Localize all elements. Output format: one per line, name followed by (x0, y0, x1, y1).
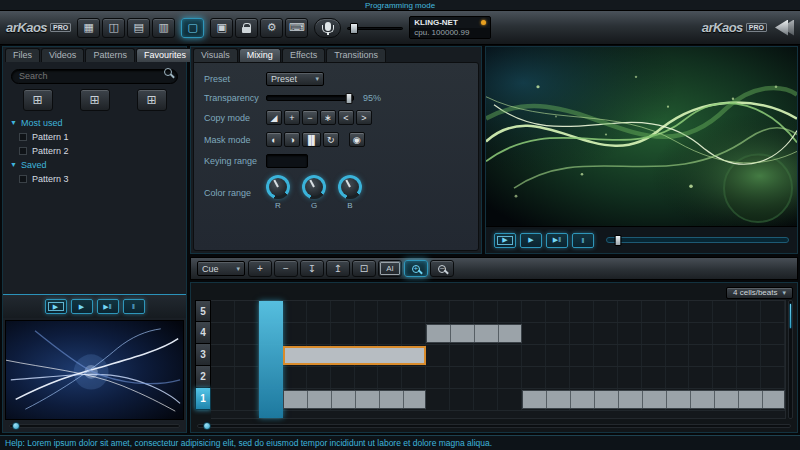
grid-cell[interactable] (546, 345, 570, 366)
grid-cell[interactable] (498, 389, 522, 410)
trigger-pad-button[interactable]: ▣ (210, 18, 233, 38)
grid-cell[interactable] (235, 389, 259, 410)
grid-cell[interactable] (426, 301, 450, 322)
tree-item[interactable]: Pattern 1 (3, 130, 186, 144)
grid-cell[interactable] (474, 301, 498, 322)
grid-vscroll[interactable] (788, 300, 793, 419)
grid-cell[interactable] (642, 301, 666, 322)
grid-cell[interactable] (522, 367, 546, 388)
grid-cell[interactable] (307, 367, 331, 388)
grid-cell[interactable] (283, 323, 307, 344)
grid-cell[interactable] (235, 345, 259, 366)
tab-videos[interactable]: Videos (41, 48, 84, 62)
grid-cell[interactable] (402, 323, 426, 344)
tree-item[interactable]: Pattern 2 (3, 144, 186, 158)
cells-beats-dropdown[interactable]: 4 cells/beats ▾ (726, 287, 793, 299)
grid-cell[interactable] (761, 367, 785, 388)
mask-rotate-button[interactable]: ↻ (323, 132, 339, 147)
pause-button[interactable]: ‖ (572, 233, 594, 248)
cue-play-button[interactable]: ▶ (494, 233, 516, 248)
grid-cell[interactable] (211, 389, 235, 410)
grid-cell[interactable] (761, 301, 785, 322)
mask-target-button[interactable]: ◉ (349, 132, 365, 147)
grid-cell[interactable] (713, 323, 737, 344)
cue-dropdown[interactable]: Cue ▾ (197, 261, 245, 276)
copy-multiply-button[interactable]: ∗ (320, 110, 336, 125)
grid-cell[interactable] (689, 367, 713, 388)
tab-mixing[interactable]: Mixing (239, 48, 281, 62)
pattern-new-button[interactable]: ⊞ (23, 89, 53, 111)
clip[interactable] (283, 390, 427, 409)
grid-cell[interactable] (642, 323, 666, 344)
grid-cell[interactable] (689, 345, 713, 366)
grid-cell[interactable] (570, 345, 594, 366)
piano-roll-button[interactable]: ▥ (152, 18, 175, 38)
preview-monitor-button[interactable]: ◫ (102, 18, 125, 38)
pattern-load-button[interactable]: ⊞ (137, 89, 167, 111)
grid-cell[interactable] (594, 301, 618, 322)
grid-cell[interactable] (426, 345, 450, 366)
position-slider[interactable] (606, 237, 789, 243)
tab-patterns[interactable]: Patterns (85, 48, 135, 62)
grid-cell[interactable] (522, 301, 546, 322)
grid-cell[interactable] (498, 301, 522, 322)
grid-cell[interactable] (570, 367, 594, 388)
grid-cell[interactable] (689, 323, 713, 344)
mask-half-button[interactable]: ◐ (266, 132, 282, 147)
grid-cell[interactable] (522, 345, 546, 366)
grid-cell[interactable] (331, 367, 355, 388)
grid-cell[interactable] (546, 323, 570, 344)
transparency-handle[interactable] (345, 93, 352, 104)
grid-cell[interactable] (402, 367, 426, 388)
tab-effects[interactable]: Effects (282, 48, 325, 62)
grid-cell[interactable] (546, 367, 570, 388)
tree-group[interactable]: ▼Most used (3, 116, 186, 130)
grid-cell[interactable] (474, 345, 498, 366)
tree-group[interactable]: ▼Saved (3, 158, 186, 172)
copy-next-button[interactable]: > (356, 110, 372, 125)
grid-cell[interactable] (594, 323, 618, 344)
grid-cell[interactable] (737, 367, 761, 388)
row-number-2[interactable]: 2 (195, 366, 211, 388)
grid-cell[interactable] (689, 301, 713, 322)
checkbox[interactable] (19, 147, 27, 155)
grid-cell[interactable] (307, 301, 331, 322)
export-cue-button[interactable]: ↥ (326, 260, 350, 277)
banks-view-button[interactable]: ▤ (127, 18, 150, 38)
copy-normal-button[interactable]: ◢ (266, 110, 282, 125)
grid-cell[interactable] (666, 367, 690, 388)
grid-cell[interactable] (283, 367, 307, 388)
row-number-5[interactable]: 5 (195, 300, 211, 322)
grid-cell[interactable] (474, 389, 498, 410)
copy-add-button[interactable]: + (284, 110, 300, 125)
tab-favourites[interactable]: Favourites (136, 48, 194, 62)
midi-keyboard-button[interactable]: ⌨ (285, 18, 308, 38)
grid-cell[interactable] (642, 345, 666, 366)
grid-cell[interactable] (594, 345, 618, 366)
grid-cell[interactable] (450, 389, 474, 410)
tree-item[interactable]: Pattern 3 (3, 172, 186, 186)
play-pause-button[interactable]: ▶‖ (546, 233, 568, 248)
grid-cell[interactable] (498, 367, 522, 388)
grid-cell[interactable] (426, 367, 450, 388)
grid-cell[interactable] (713, 367, 737, 388)
grid-cell[interactable] (618, 367, 642, 388)
grid-hscroll-handle[interactable] (203, 422, 211, 430)
remove-cue-button[interactable]: − (274, 260, 298, 277)
cue-play-button[interactable]: ▶ (45, 299, 67, 314)
library-scrollbar[interactable] (9, 422, 180, 430)
grid-cell[interactable] (666, 345, 690, 366)
grid-cell[interactable] (450, 345, 474, 366)
grid-cell[interactable] (402, 301, 426, 322)
text-overlay-button[interactable]: AI (378, 260, 402, 277)
zoom-out-button[interactable] (430, 260, 454, 277)
grid-cell[interactable] (211, 345, 235, 366)
display-output-button[interactable]: ▢ (181, 18, 204, 38)
search-input[interactable] (11, 69, 178, 84)
copy-subtract-button[interactable]: − (302, 110, 318, 125)
grid-cell[interactable] (426, 389, 450, 410)
grid-cell[interactable] (570, 323, 594, 344)
position-handle[interactable] (614, 235, 621, 246)
master-volume-slider[interactable] (347, 18, 403, 38)
grid-cell[interactable] (331, 323, 355, 344)
